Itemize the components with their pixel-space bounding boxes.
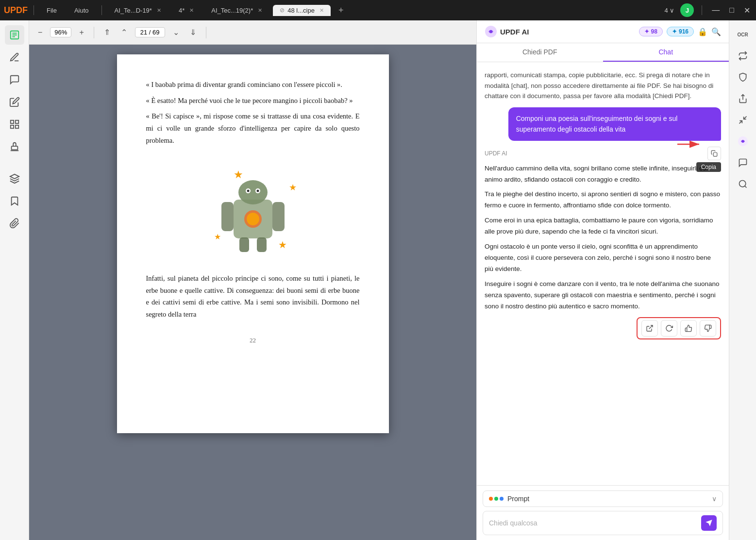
bookmark-icon[interactable] — [5, 191, 24, 211]
prompt-select-left: Prompt — [489, 495, 529, 503]
comment-icon[interactable] — [5, 70, 24, 89]
pdf-toolbar: − 96% + ⇑ ⌃ 21 / 69 ⌄ ⇓ — [29, 20, 476, 45]
ai-logo: UPDF AI — [485, 25, 529, 38]
svg-point-12 — [238, 180, 268, 204]
svg-rect-17 — [239, 237, 249, 252]
attachment-icon[interactable] — [5, 214, 24, 233]
tab-chiedi-pdf[interactable]: Chiedi PDF — [477, 43, 603, 62]
protect-icon[interactable] — [734, 68, 752, 86]
ai-right-icon[interactable] — [734, 132, 752, 151]
tab-ai-te-d19[interactable]: AI_Te...D-19* ✕ — [108, 5, 168, 16]
send-button[interactable] — [701, 515, 717, 531]
svg-rect-7 — [15, 125, 18, 128]
thumbs-down-button[interactable] — [700, 320, 716, 337]
pdf-area: − 96% + ⇑ ⌃ 21 / 69 ⌄ ⇓ « I baobab prima… — [29, 20, 476, 540]
ai-logo-icon — [485, 25, 497, 38]
chat-input[interactable] — [489, 519, 697, 527]
zoom-in-button[interactable]: + — [76, 26, 86, 39]
chat-input-row — [483, 511, 723, 535]
organize-icon[interactable] — [5, 115, 24, 134]
svg-marker-29 — [706, 520, 712, 526]
maximize-button[interactable]: □ — [727, 4, 736, 17]
minimize-button[interactable]: — — [710, 4, 722, 17]
svg-rect-8 — [11, 146, 17, 150]
ai-paragraph-1: Nell'arduo cammino della vita, sogni bri… — [485, 163, 721, 186]
convert-icon[interactable] — [734, 47, 752, 65]
title-bar-right: 4 ∨ J — □ ✕ — [664, 3, 752, 17]
pdf-text-1: « I baobab prima di diventar grandi comi… — [146, 79, 360, 91]
copy-button[interactable] — [707, 147, 721, 160]
ai-paragraph-2: Tra le pieghe del destino incerto, si ap… — [485, 189, 721, 211]
lock-icon[interactable]: 🔒 — [698, 27, 707, 36]
ai-chat-area[interactable]: rapporti, comunicati stampa, copie pubbl… — [477, 62, 729, 485]
tab-close-active[interactable]: ✕ — [319, 7, 324, 14]
stamp-icon[interactable] — [5, 137, 24, 156]
menu-aiuto[interactable]: Aiuto — [67, 5, 96, 16]
pdf-content: « I baobab prima di diventar grandi comi… — [29, 45, 476, 540]
edit-icon[interactable] — [5, 92, 24, 112]
ai-paragraph-3: Come eroi in una epica battaglia, combat… — [485, 215, 721, 237]
left-toolbar — [0, 20, 29, 540]
svg-line-32 — [743, 117, 746, 119]
user-avatar[interactable]: J — [680, 3, 694, 17]
layers-icon[interactable] — [5, 169, 24, 188]
page-number-display[interactable]: 21 / 69 — [135, 27, 165, 37]
svg-rect-4 — [10, 120, 13, 123]
read-mode-icon[interactable] — [5, 25, 24, 45]
nav-last-button[interactable]: ⇓ — [187, 26, 199, 39]
svg-point-22 — [256, 190, 259, 192]
ai-paragraph-4: Ogni ostacolo è un ponte verso il cielo,… — [485, 241, 721, 275]
title-bar: UPDF File Aiuto AI_Te...D-19* ✕ 4* ✕ AI_… — [0, 0, 756, 20]
pdf-text-3: « Be'! Si capisce », mi rispose come se … — [146, 110, 360, 146]
pdf-text-4: Infatti, sul pianeta del piccolo princip… — [146, 272, 360, 321]
prompt-select[interactable]: Prompt ∨ — [483, 490, 723, 507]
tab-add-button[interactable]: + — [335, 5, 348, 16]
ocr-icon[interactable]: OCR — [734, 25, 752, 44]
nav-prev-page-button[interactable]: ⌃ — [118, 26, 130, 39]
tab-close-3[interactable]: ✕ — [258, 7, 262, 14]
tab-close-1[interactable]: ✕ — [157, 7, 161, 14]
regenerate-button[interactable] — [661, 320, 677, 337]
red-arrow-annotation — [677, 137, 706, 152]
ai-header-right: ✦ 98 ✦ 916 🔒 🔍 — [639, 27, 721, 36]
share-icon[interactable] — [734, 89, 752, 108]
svg-rect-15 — [221, 202, 234, 231]
tab-ai-tec-19[interactable]: AI_Tec...19(2)* ✕ — [204, 5, 269, 16]
search-right-icon[interactable] — [734, 175, 752, 193]
right-toolbar: OCR — [729, 20, 756, 540]
ai-response-label: UPDF AI — [485, 150, 507, 157]
title-sep-3 — [702, 5, 702, 15]
svg-line-36 — [744, 186, 746, 188]
thumbs-up-button[interactable] — [680, 320, 697, 337]
prompt-chevron-icon: ∨ — [712, 495, 717, 503]
system-message: rapporti, comunicati stampa, copie pubbl… — [485, 70, 721, 101]
svg-point-24 — [489, 30, 492, 33]
nav-first-button[interactable]: ⇑ — [101, 26, 113, 39]
svg-marker-10 — [10, 174, 18, 179]
tab-count: 4 ∨ — [664, 7, 674, 14]
title-sep-1 — [34, 5, 34, 15]
action-buttons-group — [637, 317, 721, 339]
search-panel-icon[interactable]: 🔍 — [711, 27, 721, 36]
svg-point-21 — [247, 190, 249, 192]
nav-next-page-button[interactable]: ⌄ — [170, 26, 182, 39]
close-button[interactable]: ✕ — [742, 4, 752, 17]
highlight-icon[interactable] — [5, 48, 24, 67]
tab-close-2[interactable]: ✕ — [189, 7, 194, 14]
svg-rect-27 — [713, 152, 717, 156]
compress-icon[interactable] — [734, 111, 752, 129]
blue-badge: ✦ 916 — [667, 27, 694, 36]
zoom-out-button[interactable]: − — [35, 26, 45, 39]
copy-tooltip: Copia — [696, 162, 721, 172]
chat-right-icon[interactable] — [734, 153, 752, 172]
svg-rect-5 — [15, 120, 18, 123]
open-external-button[interactable] — [641, 320, 658, 337]
tab-4[interactable]: 4* ✕ — [172, 5, 201, 16]
menu-file[interactable]: File — [40, 5, 64, 16]
ai-tabs: Chiedi PDF Chat — [477, 43, 729, 62]
robot-image: ★ ★ ★ ★ — [204, 161, 302, 258]
prompt-dots — [489, 497, 504, 501]
tab-chat[interactable]: Chat — [603, 43, 729, 62]
zoom-value[interactable]: 96% — [50, 27, 71, 37]
tab-48-recipe[interactable]: ⊘ 48 l...cipe ✕ — [273, 5, 331, 16]
